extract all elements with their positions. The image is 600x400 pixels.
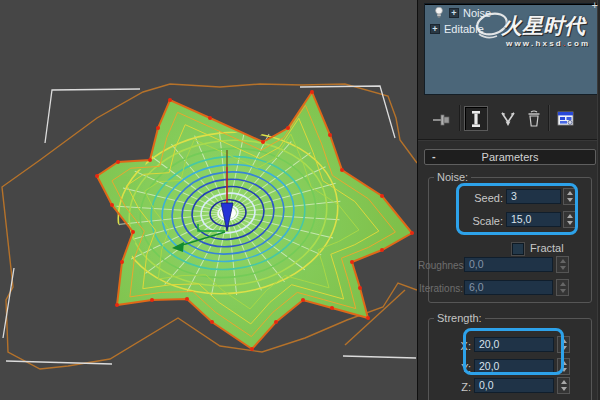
roughness-spinner [556,256,569,273]
stack-item-editable[interactable]: + Editable [425,20,597,36]
seed-label: Seed: [428,192,503,204]
spinner-up-icon [560,282,566,286]
spinner-down-icon[interactable] [561,346,567,350]
show-end-result-button[interactable] [464,106,488,131]
expand-icon[interactable]: + [449,8,459,18]
spinner-down-icon[interactable] [561,368,567,372]
rollout-title: Parameters [482,151,539,163]
modifier-enabled-bulb-icon[interactable] [433,6,445,19]
roughness-label: Roughness: [418,260,463,271]
3dsmax-window: + Noise + Editable 火星时代 www.hxsd.com + [0,0,600,400]
rollout-header-parameters[interactable]: - Parameters [424,149,596,165]
spinner-down-icon[interactable] [567,198,573,202]
pushpin-icon [432,111,452,127]
strength-x-field[interactable]: 20,0 [474,337,554,352]
iterations-spinner [556,279,569,296]
viewport-3d[interactable] [0,0,417,400]
command-panel: + Noise + Editable 火星时代 www.hxsd.com + [417,0,600,400]
strength-z-spinner[interactable] [557,377,570,394]
stack-item-label: Editable [444,23,484,35]
modifier-stack-toolbar [418,100,600,137]
stack-item-label: Noise [463,7,491,19]
configure-modifier-sets-button[interactable] [554,106,578,131]
spinner-up-icon[interactable] [561,380,567,384]
scale-spinner[interactable] [563,211,576,228]
iterations-label: Iterations: [418,283,463,294]
fractal-label[interactable]: Fractal [530,242,564,254]
trash-icon [526,110,542,128]
stack-item-noise[interactable]: + Noise [425,4,597,20]
roughness-field: 0,0 [464,257,553,272]
seed-field[interactable]: 3 [506,189,561,204]
strength-z-label: Z: [448,381,471,393]
seed-spinner[interactable] [563,188,576,205]
strength-x-spinner[interactable] [557,336,570,353]
panel-divider [418,139,600,141]
strength-y-field[interactable]: 20,0 [474,359,554,374]
rollout-collapse-icon[interactable]: - [432,150,436,162]
spinner-down-icon[interactable] [567,221,573,225]
spinner-down-icon[interactable] [561,387,567,391]
noise-group-label: Noise: [434,171,471,183]
spinner-down-icon [560,266,566,270]
spinner-down-icon [560,289,566,293]
strength-group-label: Strength: [434,312,485,324]
spinner-up-icon[interactable] [567,191,573,195]
spinner-up-icon[interactable] [561,361,567,365]
scale-field[interactable]: 15,0 [506,212,561,227]
configure-modifier-sets-icon [556,110,576,128]
pin-stack-button[interactable] [430,106,454,131]
toolbar-separator [548,105,550,131]
scale-label: Scale: [428,215,503,227]
modifier-stack-list[interactable]: + Noise + Editable [424,3,598,95]
strength-x-label: X: [448,340,471,352]
spinner-up-icon[interactable] [561,339,567,343]
strength-z-field[interactable]: 0,0 [474,378,554,393]
expand-icon[interactable]: + [430,24,440,34]
make-unique-icon [499,110,517,128]
show-end-result-icon [469,110,483,128]
toolbar-separator [459,105,461,131]
make-unique-button[interactable] [496,106,520,131]
spinner-up-icon [560,259,566,263]
iterations-field: 6,0 [464,280,553,295]
strength-y-label: Y: [448,362,471,374]
fractal-checkbox[interactable] [512,243,524,255]
remove-modifier-button[interactable] [522,106,546,131]
strength-y-spinner[interactable] [557,358,570,375]
spinner-up-icon[interactable] [567,214,573,218]
